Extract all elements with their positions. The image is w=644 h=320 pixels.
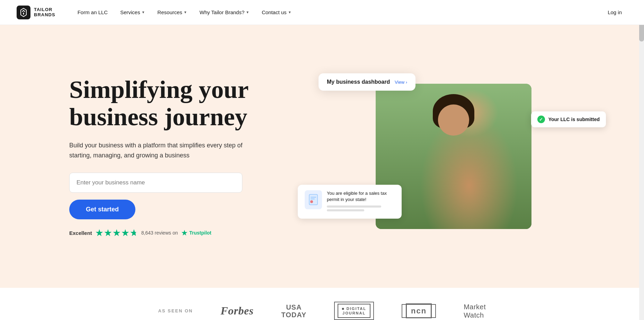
nav-why-tailor[interactable]: Why Tailor Brands? ▼	[194, 7, 255, 18]
scrollbar-track[interactable]	[639, 0, 644, 320]
trustpilot-label: Trustpilot	[189, 230, 212, 236]
tax-card-content: You are eligible for a sales tax permit …	[327, 190, 395, 213]
llc-submitted-badge: ✓ Your LLC is submitted	[531, 111, 606, 127]
star-5-partial	[130, 229, 138, 237]
person-face	[438, 104, 469, 136]
why-chevron-icon: ▼	[246, 10, 249, 14]
tax-permit-text: You are eligible for a sales tax permit …	[327, 190, 395, 203]
business-input-wrap	[69, 173, 242, 193]
hero-left: Simplifying your business journey Build …	[69, 76, 312, 237]
trustpilot-tp-star-icon	[181, 230, 188, 236]
svg-rect-1	[309, 194, 317, 205]
usatoday-logo: USA TODAY	[281, 303, 306, 319]
trustpilot-row: Excellent 8,643 reviews on Trustpilot	[69, 229, 312, 237]
star-1	[96, 229, 103, 237]
nav-services[interactable]: Services ▼	[115, 7, 150, 18]
hero-right: My business dashboard View › ✓ Your LLC …	[312, 84, 596, 229]
dashboard-card[interactable]: My business dashboard View ›	[319, 73, 415, 91]
dashboard-view-link[interactable]: View ›	[395, 80, 407, 85]
navbar: TAILOR BRANDS Form an LLC Services ▼ Res…	[0, 0, 644, 25]
tax-card-inner: You are eligible for a sales tax permit …	[305, 190, 395, 213]
business-name-input[interactable]	[77, 176, 235, 189]
services-chevron-icon: ▼	[142, 10, 145, 14]
svg-point-4	[310, 200, 313, 203]
star-4	[122, 229, 129, 237]
resources-chevron-icon: ▼	[184, 10, 187, 14]
svg-rect-2	[311, 197, 316, 198]
llc-check-icon: ✓	[537, 116, 545, 123]
tax-permit-icon	[305, 190, 322, 209]
tax-permit-card: You are eligible for a sales tax permit …	[298, 185, 402, 219]
logo[interactable]: TAILOR BRANDS	[17, 6, 55, 19]
marketwatch-logo: Market Watch	[464, 303, 486, 319]
as-seen-label: AS SEEN ON	[158, 308, 193, 313]
logo-brands: BRANDS	[34, 12, 55, 17]
llc-badge-text: Your LLC is submitted	[548, 117, 600, 122]
hero-subtitle: Build your business with a platform that…	[69, 140, 249, 161]
as-seen-on-section: AS SEEN ON Forbes USA TODAY ■ DIGITAL JO…	[0, 288, 644, 320]
nav-form-llc[interactable]: Form an LLC	[72, 7, 114, 18]
trustpilot-count: 8,643 reviews on	[141, 230, 178, 236]
star-2	[104, 229, 112, 237]
hero-title: Simplifying your business journey	[69, 76, 312, 131]
tax-line-1	[327, 205, 381, 208]
nav-links: Form an LLC Services ▼ Resources ▼ Why T…	[72, 7, 602, 18]
svg-rect-3	[311, 199, 315, 199]
trustpilot-excellent: Excellent	[69, 230, 92, 236]
contact-chevron-icon: ▼	[288, 10, 292, 14]
nav-resources[interactable]: Resources ▼	[152, 7, 193, 18]
ncn-logo: ncn	[402, 304, 436, 318]
trustpilot-stars	[96, 229, 138, 237]
tax-lines	[327, 205, 395, 211]
dashboard-card-title: My business dashboard	[327, 79, 390, 85]
logo-icon	[17, 6, 30, 19]
forbes-logo: Forbes	[221, 304, 253, 317]
digital-journal-logo: ■ DIGITAL JOURNAL	[334, 302, 374, 320]
trustpilot-logo: Trustpilot	[181, 230, 212, 236]
login-button[interactable]: Log in	[602, 7, 627, 18]
get-started-button[interactable]: Get started	[69, 200, 135, 219]
logo-text: TAILOR BRANDS	[34, 7, 55, 17]
star-3	[113, 229, 120, 237]
hero-section: Simplifying your business journey Build …	[0, 25, 644, 288]
tax-line-2	[327, 209, 364, 211]
logo-tailor: TAILOR	[34, 7, 55, 12]
nav-contact[interactable]: Contact us ▼	[256, 7, 297, 18]
